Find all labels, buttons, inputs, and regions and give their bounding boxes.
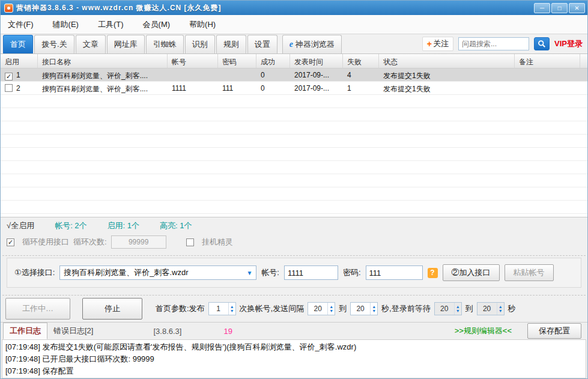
cell-enable: ✓1	[1, 68, 38, 81]
search-input[interactable]	[458, 37, 529, 50]
account-input[interactable]	[284, 265, 338, 280]
stop-button[interactable]: 停止	[82, 298, 142, 320]
table-row-empty	[1, 108, 587, 121]
follow-button[interactable]: + 关注	[422, 37, 453, 51]
table-row[interactable]: ✓1 搜狗百科刷浏览量、评价_刺客.... 0 2017-09-... 4 发布…	[1, 68, 587, 82]
publish-count-spinner[interactable]: 1 ▲▼	[208, 302, 236, 315]
cell-account	[168, 68, 218, 81]
spinner-value[interactable]: 20	[351, 303, 370, 315]
password-label: 密码:	[343, 267, 361, 278]
hangup-checkbox[interactable]	[186, 238, 194, 246]
save-config-button[interactable]: 保存配置	[527, 323, 581, 339]
cell-enable: 2	[1, 82, 38, 94]
dashed-divider	[2, 251, 586, 256]
tab-url-library[interactable]: 网址库	[107, 35, 145, 53]
loop-count-label: 循环次数:	[73, 237, 107, 247]
rule-editor-link[interactable]: >>规则编辑器<<	[455, 326, 512, 336]
col-enable[interactable]: 启用	[1, 54, 38, 68]
tab-error-log[interactable]: 错误日志[2]	[47, 323, 99, 339]
wait-from-spinner[interactable]: 20 ▲▼	[434, 302, 462, 315]
interval-to-spinner[interactable]: 20 ▲▼	[350, 302, 378, 315]
spinner-arrows: ▲▼	[497, 303, 504, 315]
work-controls-row: 工作中… 停止 首页参数:发布 1 ▲▼ 次换帐号,发送间隔 20 ▲▼ 到 2…	[1, 296, 587, 322]
log-area[interactable]: [07:19:48] 发布提交1失败(可能原因请查看'发布报告、规则报告')(搜…	[2, 339, 586, 378]
tab-work-log[interactable]: 工作日志	[3, 323, 47, 339]
table-row-empty	[1, 187, 587, 201]
col-interface-name[interactable]: 接口名称	[38, 54, 168, 68]
table-row-empty	[1, 95, 587, 108]
col-account[interactable]: 帐号	[168, 54, 218, 68]
menu-help[interactable]: 帮助(H)	[189, 19, 216, 30]
stats-bar: √全启用 帐号: 2个 启用: 1个 高亮: 1个	[1, 217, 587, 233]
col-password[interactable]: 密码	[218, 54, 256, 68]
spinner-down-icon[interactable]: ▼	[499, 309, 503, 313]
tab-home[interactable]: 首页	[3, 35, 33, 53]
menu-member[interactable]: 会员(M)	[143, 19, 171, 30]
loop-count-input[interactable]	[111, 235, 166, 249]
close-button[interactable]: ✕	[569, 3, 585, 13]
chevron-down-icon[interactable]: ▼	[246, 270, 252, 276]
spinner-value[interactable]: 20	[308, 303, 327, 315]
tab-settings[interactable]: 设置	[247, 35, 277, 53]
spinner-down-icon[interactable]: ▼	[329, 309, 333, 313]
menu-assist[interactable]: 辅助(E)	[53, 19, 79, 30]
col-fail[interactable]: 失败	[343, 54, 379, 68]
cell-fail: 1	[343, 82, 379, 94]
help-icon[interactable]: ?	[428, 268, 438, 278]
cell-success: 0	[256, 68, 290, 81]
wait-to-spinner[interactable]: 20 ▲▼	[477, 302, 505, 315]
spinner-up-icon[interactable]: ▲	[329, 305, 333, 309]
interval-from-spinner[interactable]: 20 ▲▼	[308, 302, 335, 315]
loop-interface-label: 循环使用接口	[22, 237, 69, 247]
tab-article[interactable]: 文章	[76, 35, 106, 53]
menu-file[interactable]: 文件(F)	[8, 19, 34, 30]
seconds-label: 秒	[508, 303, 516, 314]
interface-select-section: ①选择接口: 搜狗百科刷浏览量、评价_刺客.wzdr ▼ 帐号: 密码: ? ②…	[1, 256, 587, 290]
col-publish-time[interactable]: 发表时间	[290, 54, 343, 68]
row-index: 1	[16, 71, 20, 79]
row-checkbox[interactable]: ✓	[5, 73, 13, 80]
spinner-up-icon[interactable]: ▲	[230, 305, 234, 309]
all-enable-toggle[interactable]: √全启用	[7, 220, 34, 231]
search-button[interactable]	[534, 37, 550, 50]
maximize-button[interactable]: □	[551, 3, 568, 13]
tab-recognize[interactable]: 识别	[185, 35, 215, 53]
spinner-down-icon[interactable]: ▼	[230, 309, 234, 313]
tab-dial[interactable]: 拨号.关	[34, 35, 74, 53]
table-header: 启用 接口名称 帐号 密码 成功 发表时间 失败 状态 备注	[1, 54, 587, 68]
cell-time: 2017-09-...	[290, 68, 343, 81]
spinner-value[interactable]: 20	[435, 303, 454, 315]
browser-button[interactable]: e 神器浏览器	[282, 35, 342, 53]
cell-note	[515, 82, 580, 94]
spinner-up-icon[interactable]: ▲	[499, 305, 503, 309]
col-note[interactable]: 备注	[515, 54, 580, 68]
tab-spider[interactable]: 引蜘蛛	[146, 35, 184, 53]
enabled-count: 启用: 1个	[108, 220, 139, 231]
spinner-arrows: ▲▼	[327, 303, 335, 315]
spinner-up-icon[interactable]: ▲	[456, 305, 460, 309]
spinner-value[interactable]: 20	[477, 303, 497, 315]
interface-dropdown[interactable]: 搜狗百科刷浏览量、评价_刺客.wzdr ▼	[59, 265, 256, 280]
to-label: 到	[339, 303, 347, 314]
vip-login-link[interactable]: VIP登录	[554, 38, 585, 49]
add-interface-button[interactable]: ②加入接口	[443, 264, 500, 281]
menu-tools[interactable]: 工具(T)	[98, 19, 124, 30]
table-row[interactable]: 2 搜狗百科刷浏览量、评价_刺客.... 1111 111 0 2017-09-…	[1, 82, 587, 95]
col-success[interactable]: 成功	[256, 54, 290, 68]
spinner-arrows: ▲▼	[228, 303, 235, 315]
loop-interface-checkbox[interactable]: ✓	[7, 238, 14, 246]
spinner-down-icon[interactable]: ▼	[456, 309, 460, 313]
browser-icon: e	[289, 40, 293, 49]
minimize-button[interactable]: ─	[534, 3, 550, 13]
table-row-empty	[1, 148, 587, 161]
col-status[interactable]: 状态	[379, 54, 515, 68]
spinner-value[interactable]: 1	[209, 303, 228, 315]
cell-time: 2017-09-...	[290, 82, 343, 94]
spinner-up-icon[interactable]: ▲	[372, 305, 376, 309]
interface-dropdown-value: 搜狗百科刷浏览量、评价_刺客.wzdr	[64, 267, 188, 278]
paste-account-button[interactable]: 粘贴帐号	[505, 264, 554, 281]
password-input[interactable]	[366, 265, 423, 280]
row-checkbox[interactable]	[5, 84, 13, 92]
tab-rules[interactable]: 规则	[216, 35, 246, 53]
spinner-down-icon[interactable]: ▼	[372, 309, 376, 313]
